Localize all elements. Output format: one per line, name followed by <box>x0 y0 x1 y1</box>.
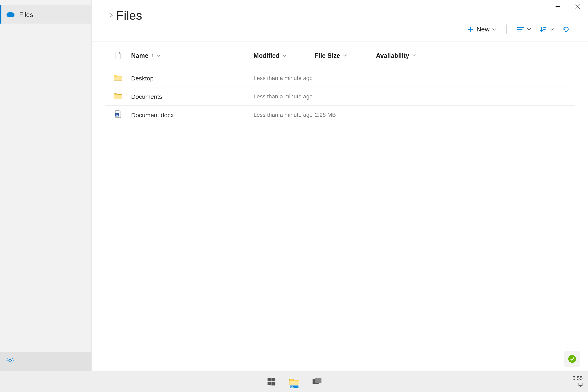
column-header-availability-label: Availability <box>376 52 409 59</box>
notification-tray-icon[interactable] <box>578 382 583 388</box>
file-size: 2.28 MB <box>315 112 336 118</box>
view-mode-button[interactable] <box>513 24 534 35</box>
word-doc-icon: W <box>114 110 122 120</box>
svg-rect-21 <box>114 76 122 80</box>
sort-ascending-icon: ↑ <box>151 52 154 58</box>
taskbar-file-explorer[interactable]: BETA <box>288 376 300 387</box>
file-row[interactable]: WDocument.docxLess than a minute ago2.28… <box>105 106 575 124</box>
column-header-availability[interactable]: Availability <box>376 52 446 59</box>
taskbar-clock[interactable]: 5:55 <box>572 375 583 381</box>
sidebar-nav-list: Files <box>0 0 91 352</box>
start-button[interactable] <box>266 376 277 387</box>
new-button-label: New <box>476 25 490 33</box>
svg-rect-32 <box>579 383 582 386</box>
svg-line-10 <box>8 362 8 363</box>
column-header-type[interactable] <box>105 52 131 60</box>
svg-line-9 <box>12 362 12 363</box>
file-modified: Less than a minute ago <box>254 75 312 81</box>
taskbar-right: 5:55 <box>572 375 583 388</box>
sync-status-chip[interactable] <box>564 351 580 367</box>
toolbar: New <box>92 23 588 42</box>
svg-line-8 <box>8 358 8 359</box>
file-modified: Less than a minute ago <box>254 112 312 118</box>
file-area: Name ↑ Modified File Size Availability <box>92 42 588 124</box>
svg-rect-29 <box>289 381 299 385</box>
chevron-down-icon <box>527 27 531 31</box>
file-rows-container: DesktopLess than a minute agoDocumentsLe… <box>105 69 575 124</box>
onedrive-cloud-icon <box>6 10 15 19</box>
folder-icon <box>114 92 122 101</box>
column-headers: Name ↑ Modified File Size Availability <box>105 42 575 69</box>
svg-rect-31 <box>315 378 321 383</box>
chevron-down-icon <box>412 52 416 58</box>
sidebar-item-label: Files <box>19 10 33 18</box>
file-type-icon <box>115 52 121 60</box>
file-name: Documents <box>131 93 162 100</box>
file-row[interactable]: DesktopLess than a minute ago <box>105 69 575 88</box>
svg-rect-25 <box>267 378 271 381</box>
settings-icon[interactable] <box>6 357 14 366</box>
taskbar-task-view[interactable] <box>311 376 322 387</box>
page-title: Files <box>116 9 142 23</box>
column-header-name[interactable]: Name ↑ <box>131 52 253 59</box>
chevron-down-icon <box>492 27 496 31</box>
folder-icon <box>114 74 122 83</box>
column-header-modified[interactable]: Modified <box>254 52 315 59</box>
column-header-size[interactable]: File Size <box>315 52 376 59</box>
new-button[interactable]: New <box>463 23 500 35</box>
toolbar-separator <box>506 24 506 34</box>
file-modified: Less than a minute ago <box>254 93 312 100</box>
taskbar-center: BETA <box>266 376 322 387</box>
onedrive-window: Files Files New <box>0 0 588 371</box>
column-header-size-label: File Size <box>315 52 340 59</box>
column-header-modified-label: Modified <box>254 52 280 59</box>
svg-line-11 <box>12 358 12 359</box>
beta-badge: BETA <box>290 386 298 388</box>
file-row[interactable]: DocumentsLess than a minute ago <box>105 88 575 106</box>
chevron-down-icon <box>343 52 347 58</box>
sort-button[interactable] <box>536 24 558 35</box>
sync-ok-icon <box>568 355 576 363</box>
svg-rect-28 <box>271 382 275 386</box>
sidebar-footer <box>0 352 91 371</box>
taskbar: BETA 5:55 <box>0 371 588 392</box>
chevron-down-icon <box>156 52 160 58</box>
sidebar-item-files[interactable]: Files <box>0 5 91 24</box>
chevron-down-icon <box>550 27 554 31</box>
svg-point-3 <box>9 359 12 362</box>
svg-rect-22 <box>114 95 122 99</box>
file-name: Desktop <box>131 74 154 82</box>
svg-rect-27 <box>267 382 271 385</box>
breadcrumb-chevron-icon[interactable] <box>109 12 114 19</box>
main-content: Files New <box>92 0 588 371</box>
header-row: Files <box>92 0 588 23</box>
sidebar: Files <box>0 0 92 371</box>
chevron-down-icon <box>282 52 286 58</box>
svg-rect-26 <box>271 378 275 381</box>
refresh-button[interactable] <box>559 23 573 35</box>
column-header-name-label: Name <box>131 52 148 59</box>
svg-text:W: W <box>116 113 118 116</box>
file-name: Document.docx <box>131 111 174 118</box>
